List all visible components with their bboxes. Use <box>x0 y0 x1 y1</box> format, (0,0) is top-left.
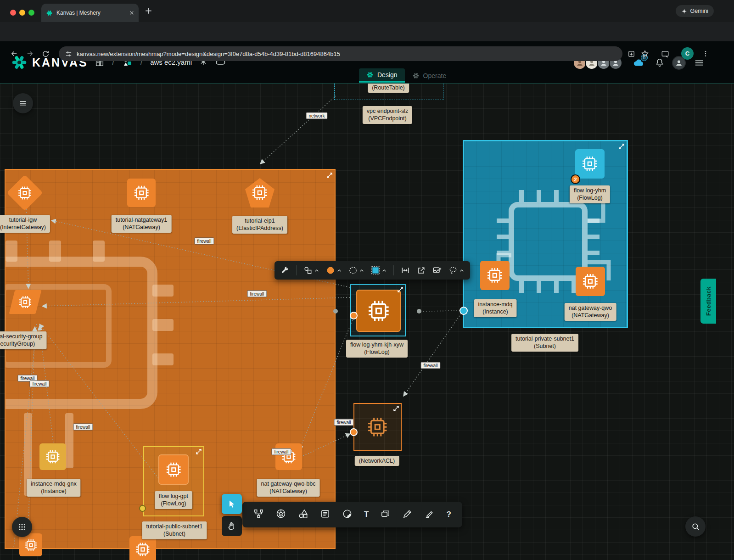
marker-tool-button[interactable] <box>424 509 435 521</box>
chip-icon <box>486 266 504 285</box>
node-label-nat-gateway-qwo[interactable]: nat gateway-qwo(NATGateway) <box>565 303 616 321</box>
canvas-menu-button[interactable] <box>13 93 33 113</box>
resize-handle-icon[interactable] <box>196 449 202 454</box>
pan-tool-button[interactable] <box>222 516 242 536</box>
node-label-internet-gateway[interactable]: tutorial-igw(InternetGateway) <box>0 215 50 233</box>
node-flow-log-yhm-kjh-xyw[interactable] <box>350 284 406 336</box>
node-label-instance-mdq[interactable]: instance-mdq(Instance) <box>474 299 516 317</box>
tab-favicon <box>46 10 53 17</box>
text-tool-button[interactable]: T <box>364 510 369 519</box>
resize-handle-icon[interactable] <box>398 287 403 292</box>
node-flow-log-gpt[interactable]: flow log-gpt(FlowLog) <box>143 446 204 516</box>
fill-color-button[interactable] <box>326 266 342 275</box>
node-network-acl[interactable] <box>353 403 402 451</box>
resize-handle-icon[interactable] <box>619 144 624 149</box>
forward-button[interactable] <box>23 47 37 61</box>
edge-label-firewall[interactable]: firewall <box>420 362 440 369</box>
operate-mode-icon <box>412 72 420 79</box>
node-instance-mdq-gnx[interactable] <box>39 443 66 470</box>
bookmark-star-button[interactable] <box>638 47 652 61</box>
media-controls-button[interactable] <box>658 47 672 61</box>
resize-handle-icon[interactable] <box>393 406 399 411</box>
node-instance-mdq[interactable] <box>480 261 510 290</box>
lasso-tool-button[interactable] <box>448 266 464 275</box>
url-field[interactable]: kanvas.new/extension/meshmap?mode=design… <box>59 46 622 61</box>
tab-design[interactable]: Design <box>359 68 405 83</box>
add-image-button[interactable] <box>432 266 442 275</box>
node-label-flow-log-yhm[interactable]: flow log-yhm(FlowLog) <box>570 185 610 203</box>
edge-label-firewall[interactable]: firewall <box>334 419 353 426</box>
node-label-route-table[interactable]: (RouteTable) <box>368 83 409 93</box>
site-settings-icon[interactable] <box>65 50 72 57</box>
save-page-button[interactable] <box>624 47 638 61</box>
reload-button[interactable] <box>39 47 52 61</box>
back-button[interactable] <box>7 47 21 61</box>
chip-icon <box>45 448 61 465</box>
browser-menu-button[interactable] <box>699 47 712 61</box>
edge-label-firewall[interactable]: firewall <box>271 448 291 455</box>
node-label-private-subnet[interactable]: tutorial-private-subnet1(Subnet) <box>511 334 578 352</box>
apps-grid-button[interactable] <box>12 517 32 537</box>
chip-icon <box>134 541 151 558</box>
node-label-flow-log-gpt[interactable]: flow log-gpt(FlowLog) <box>155 491 192 509</box>
node-label-security-group[interactable]: tutorial-security-group(SecurityGroup) <box>0 331 46 349</box>
node-label-nat-gateway-1[interactable]: tutorial-natgateway1(NATGateway) <box>112 215 172 233</box>
flow-log-gpt-icon[interactable] <box>158 454 189 485</box>
connection-handle[interactable] <box>350 312 358 319</box>
window-close-button[interactable] <box>10 10 16 16</box>
badge-count: 2 <box>571 174 580 184</box>
zoom-search-button[interactable] <box>685 516 706 537</box>
edge-handle[interactable] <box>417 309 421 314</box>
feedback-tab[interactable]: Feedback <box>700 279 716 324</box>
select-tool-button[interactable] <box>222 494 242 514</box>
browser-tab[interactable]: Kanvas | Meshery <box>41 4 139 22</box>
shape-tool-button[interactable] <box>303 266 319 275</box>
new-tab-button[interactable] <box>145 7 152 16</box>
flowchart-tool-button[interactable] <box>253 509 264 521</box>
node-label-instance-mdq-gnx[interactable]: instance-mdq-gnx(Instance) <box>27 479 80 497</box>
connection-handle[interactable] <box>459 307 468 315</box>
edge-label-network[interactable]: network <box>306 112 327 119</box>
node-nat-gateway-qwo-bbc[interactable] <box>275 443 302 470</box>
chip-icon <box>251 184 269 202</box>
node-label-nat-gateway-qwo-bbc[interactable]: nat gateway-qwo-bbc(NATGateway) <box>257 479 320 497</box>
resize-width-button[interactable] <box>401 266 410 275</box>
browser-profile-avatar[interactable]: C <box>681 47 694 60</box>
node-nat-gateway-qwo[interactable] <box>576 267 605 296</box>
border-style-button[interactable] <box>348 266 364 275</box>
node-partial-bottom[interactable] <box>129 536 156 560</box>
node-label-public-subnet[interactable]: tutorial-public-subnet1(Subnet) <box>142 521 207 539</box>
selection-context-toolbar <box>275 261 470 280</box>
notes-tool-button[interactable] <box>320 509 331 521</box>
pen-tool-button[interactable] <box>402 509 413 521</box>
kubernetes-tool-button[interactable] <box>275 508 286 521</box>
tab-operate[interactable]: Operate <box>405 68 454 83</box>
help-tool-button[interactable]: ? <box>446 510 451 519</box>
edge-label-firewall[interactable]: firewall <box>247 291 267 297</box>
edge-label-firewall[interactable]: firewall <box>29 381 49 387</box>
node-label-flow-log-yhm-kjh-xyw[interactable]: flow log-yhm-kjh-xyw(FlowLog) <box>346 340 408 358</box>
edge-handle[interactable] <box>333 309 338 314</box>
configure-button[interactable] <box>280 266 289 275</box>
connection-handle[interactable] <box>139 505 146 512</box>
gemini-button[interactable]: Gemini <box>676 5 714 17</box>
node-label-vpc-endpoint[interactable]: vpc endpoint-slz(VPCEndpoint) <box>363 106 412 124</box>
open-in-new-button[interactable] <box>417 266 426 275</box>
node-nat-gateway-1[interactable] <box>127 179 156 207</box>
window-minimize-button[interactable] <box>19 10 25 16</box>
edge-label-firewall[interactable]: firewall <box>73 424 93 431</box>
node-flow-log-yhm[interactable] <box>575 149 605 179</box>
card-tool-button[interactable] <box>380 509 391 521</box>
shapes-tool-button[interactable] <box>298 509 308 521</box>
node-label-network-acl[interactable]: (NetworkACL) <box>355 456 399 466</box>
flow-log-icon[interactable] <box>356 290 401 332</box>
resize-handle-icon[interactable] <box>327 173 332 178</box>
tab-close-icon[interactable] <box>129 11 134 15</box>
node-label-elastic-ip[interactable]: tutorial-eip1(ElasticIPAddress) <box>232 216 287 234</box>
edge-label-firewall[interactable]: firewall <box>194 238 214 245</box>
window-zoom-button[interactable] <box>28 10 34 16</box>
shape-color-button[interactable] <box>371 266 387 275</box>
connection-handle[interactable] <box>350 428 358 436</box>
sticker-tool-button[interactable] <box>342 509 353 521</box>
app-window: (RouteTable) vpc endpoint-slz(VPCEndpoin… <box>0 0 734 560</box>
